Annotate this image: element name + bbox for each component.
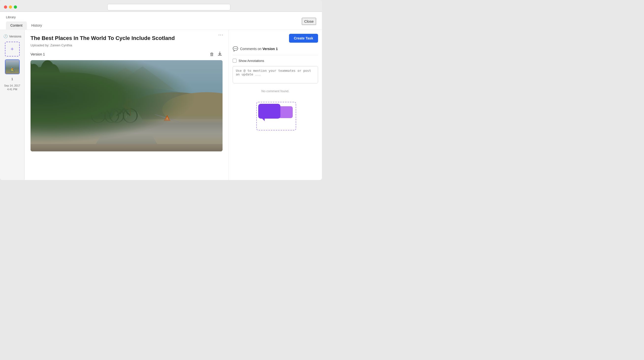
traffic-lights — [4, 6, 17, 9]
svg-point-19 — [101, 89, 189, 108]
version-name-label: Version 1 — [30, 52, 45, 56]
svg-rect-14 — [49, 77, 57, 123]
tab-content[interactable]: Content — [6, 22, 27, 30]
svg-point-7 — [30, 60, 33, 87]
svg-point-26 — [91, 109, 105, 123]
comment-icon: 💬 — [233, 46, 238, 52]
svg-rect-12 — [43, 75, 52, 124]
thumbnail-image — [6, 60, 19, 74]
main-content: ··· The Best Places In The World To Cycl… — [24, 30, 228, 180]
app-window: Library Content History Close 🕐 Versions… — [0, 12, 322, 180]
address-bar[interactable] — [107, 4, 230, 10]
svg-point-20 — [125, 92, 222, 132]
svg-point-34 — [107, 99, 114, 103]
svg-marker-1 — [96, 68, 155, 87]
svg-line-29 — [105, 109, 112, 116]
svg-point-5 — [30, 82, 66, 132]
main-image: ! — [30, 60, 222, 151]
svg-point-15 — [46, 64, 60, 90]
svg-line-48 — [120, 108, 124, 114]
version-thumbnail-1[interactable] — [5, 59, 20, 74]
svg-point-17 — [209, 111, 222, 128]
svg-line-37 — [106, 108, 109, 114]
maximize-window-button[interactable] — [14, 6, 17, 9]
show-annotations-row: Show Annotations — [233, 59, 318, 63]
version-header: Version 1 🗑 — [30, 51, 222, 58]
library-label: Library — [6, 15, 46, 19]
comment-bubble-main — [258, 104, 280, 119]
svg-line-41 — [124, 109, 130, 116]
top-bar-left: Library Content History — [6, 15, 46, 30]
svg-line-36 — [101, 108, 106, 114]
svg-line-40 — [117, 109, 124, 116]
app-body: 🕐 Versions + 1 Sep 14, 2017 4:41 PM ··· … — [0, 30, 322, 180]
svg-point-27 — [105, 109, 119, 123]
sidebar: 🕐 Versions + 1 Sep 14, 2017 4:41 PM — [0, 30, 24, 180]
bubbles-wrapper — [258, 104, 293, 128]
right-panel: Create Task 💬 Comments on Version 1 Show… — [228, 30, 322, 180]
annotations-label: Show Annotations — [238, 59, 264, 63]
svg-rect-0 — [30, 60, 222, 144]
svg-rect-22 — [30, 119, 222, 144]
svg-point-18 — [190, 110, 218, 126]
no-comment-text: No comment found. — [233, 87, 318, 95]
svg-rect-8 — [30, 77, 38, 122]
svg-point-38 — [110, 109, 124, 123]
svg-point-4 — [30, 73, 133, 132]
svg-point-45 — [126, 98, 132, 104]
svg-line-47 — [128, 104, 132, 107]
svg-line-28 — [98, 109, 105, 116]
svg-point-46 — [126, 98, 132, 103]
version-actions: 🗑 — [210, 51, 222, 58]
clock-icon: 🕐 — [4, 34, 8, 38]
versions-label: Versions — [9, 35, 22, 38]
svg-rect-10 — [37, 80, 44, 122]
comments-title-text: Comments on Version 1 — [240, 47, 278, 51]
svg-point-39 — [123, 109, 137, 123]
uploader-text: Uploaded by: Zareen Cynthia — [30, 43, 222, 47]
svg-point-9 — [30, 64, 41, 91]
top-bar: Library Content History Close — [0, 12, 322, 30]
version-date: Sep 14, 2017 4:41 PM — [4, 84, 20, 91]
svg-line-35 — [109, 105, 113, 107]
delete-icon[interactable]: 🗑 — [210, 52, 214, 57]
version-number: 1 — [11, 77, 13, 81]
svg-point-33 — [108, 98, 114, 104]
svg-marker-2 — [108, 66, 174, 90]
svg-marker-23 — [96, 112, 157, 144]
cycling-scene: ! — [30, 60, 222, 151]
minimize-window-button[interactable] — [9, 6, 12, 9]
svg-point-44 — [124, 101, 128, 109]
svg-marker-3 — [71, 73, 130, 92]
svg-text:!: ! — [167, 117, 168, 121]
svg-point-16 — [194, 107, 222, 127]
svg-line-24 — [124, 116, 126, 129]
close-window-button[interactable] — [4, 6, 7, 9]
svg-point-32 — [105, 101, 110, 109]
add-version-button[interactable]: + — [5, 42, 20, 57]
comments-header: 💬 Comments on Version 1 — [233, 46, 318, 52]
svg-point-11 — [34, 67, 47, 92]
tabs: Content History — [6, 22, 46, 30]
divider-1 — [233, 55, 318, 55]
close-button[interactable]: Close — [302, 18, 316, 25]
svg-point-21 — [162, 92, 222, 127]
comment-input[interactable] — [233, 66, 318, 83]
plus-icon: + — [10, 46, 14, 52]
comments-version: Version 1 — [262, 47, 278, 51]
download-icon[interactable] — [217, 51, 222, 58]
content-title: The Best Places In The World To Cycle In… — [30, 35, 222, 42]
svg-line-25 — [155, 114, 194, 127]
tab-history[interactable]: History — [27, 22, 46, 30]
more-options-button[interactable]: ··· — [218, 32, 224, 38]
svg-marker-50 — [164, 116, 170, 121]
svg-point-13 — [40, 60, 56, 89]
svg-line-49 — [124, 108, 128, 114]
create-task-button[interactable]: Create Task — [289, 34, 318, 43]
comment-illustration — [233, 99, 318, 133]
browser-chrome — [0, 0, 322, 12]
annotations-checkbox[interactable] — [233, 59, 236, 63]
versions-header: 🕐 Versions — [2, 34, 22, 39]
